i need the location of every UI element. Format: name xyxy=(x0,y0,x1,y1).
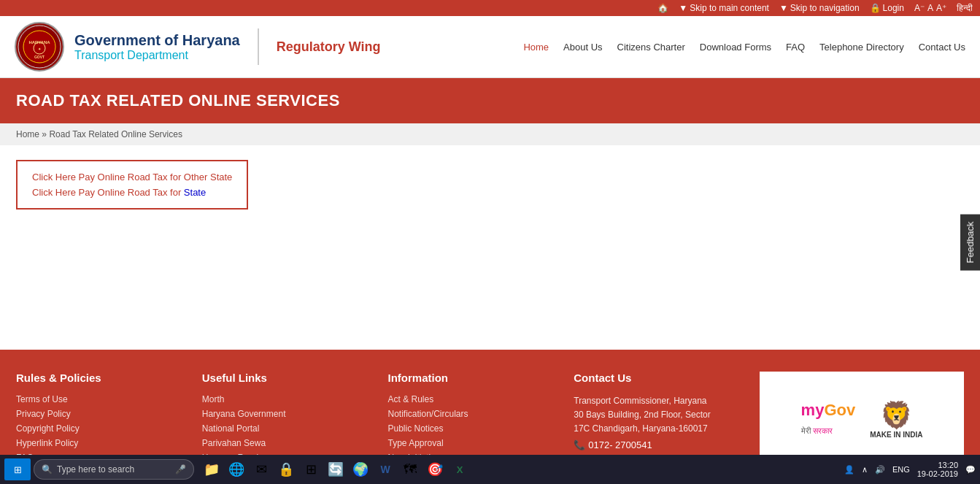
taskbar-app-lock[interactable]: 🔒 xyxy=(274,458,298,481)
taskbar-app-refresh[interactable]: 🔄 xyxy=(324,458,347,481)
footer-col1-title: Rules & Policies xyxy=(16,372,188,384)
taskbar: ⊞ 🔍 Type here to search 🎤 📁 🌐 ✉ 🔒 ⊞ 🔄 🌍 … xyxy=(0,455,980,482)
taskbar-time: 13:20 xyxy=(917,461,958,469)
taskbar-right: 👤 ∧ 🔊 ENG 13:20 19-02-2019 💬 xyxy=(844,461,976,478)
font-small-btn[interactable]: A⁻ xyxy=(914,3,925,13)
taskbar-app-word[interactable]: W xyxy=(374,458,397,481)
footer-morth[interactable]: Morth xyxy=(202,394,374,404)
taskbar-clock: 13:20 19-02-2019 xyxy=(917,461,958,478)
font-large-btn[interactable]: A⁺ xyxy=(936,3,946,13)
taskbar-app-camera[interactable]: 🎯 xyxy=(423,458,447,481)
nav-home[interactable]: Home xyxy=(523,42,549,53)
footer-col-rules: Rules & Policies Terms of Use Privacy Po… xyxy=(16,372,188,467)
login-link[interactable]: 🔒 Login xyxy=(870,3,904,13)
top-bar: 🏠 ▼ Skip to main content ▼ Skip to navig… xyxy=(0,0,980,16)
skip-nav-link[interactable]: ▼ Skip to navigation xyxy=(779,3,860,13)
footer-haryana-govt[interactable]: Haryana Government xyxy=(202,409,374,419)
font-normal-btn[interactable]: A xyxy=(927,3,933,13)
page-title: ROAD TAX RELATED ONLINE SERVICES xyxy=(16,91,340,110)
footer-terms[interactable]: Terms of Use xyxy=(16,394,188,404)
header-left: HARYANA ✦ GOVT Government of Haryana Tra… xyxy=(15,22,381,72)
nav-telephone[interactable]: Telephone Directory xyxy=(819,42,904,53)
govt-emblem: HARYANA ✦ GOVT xyxy=(15,22,64,72)
nav-contact[interactable]: Contact Us xyxy=(919,42,965,53)
taskbar-app-explorer[interactable]: 📁 xyxy=(200,458,223,481)
taskbar-date: 19-02-2019 xyxy=(917,469,958,478)
footer-col-links: Useful Links Morth Haryana Government Na… xyxy=(202,372,374,467)
taskbar-speaker-icon: 🔊 xyxy=(875,465,885,475)
taskbar-apps: 📁 🌐 ✉ 🔒 ⊞ 🔄 🌍 W 🗺 🎯 X xyxy=(200,458,471,481)
taskbar-search-box[interactable]: 🔍 Type here to search 🎤 xyxy=(34,459,194,480)
org-name: Government of Haryana xyxy=(74,32,240,49)
state-highlight: State xyxy=(184,187,206,198)
feedback-tab[interactable]: Feedback xyxy=(960,214,980,270)
footer-logos: myGov मेरी सरकार 🦁 MAKE IN INDIA xyxy=(760,372,964,467)
footer-col4-title: Contact Us xyxy=(574,372,745,384)
main-nav: Home About Us Citizens Charter Download … xyxy=(523,42,965,53)
taskbar-chevron-icon: ∧ xyxy=(862,465,868,475)
other-state-link[interactable]: Click Here Pay Online Road Tax for Other… xyxy=(32,172,232,183)
services-box: Click Here Pay Online Road Tax for Other… xyxy=(16,160,248,210)
contact-phone-row: 📞 0172- 2700541 xyxy=(574,439,745,450)
footer-national-portal[interactable]: National Portal xyxy=(202,423,374,434)
contact-line2: 30 Bays Building, 2nd Floor, Sector xyxy=(574,410,710,420)
footer-type-approval[interactable]: Type Approval xyxy=(388,438,560,448)
logo-text: Government of Haryana Transport Departme… xyxy=(74,32,240,62)
footer-parivahan[interactable]: Parivahan Sewa xyxy=(202,438,374,448)
nav-download[interactable]: Download Forms xyxy=(700,42,771,53)
breadcrumb-current: Road Tax Related Online Services xyxy=(49,129,182,139)
footer-col-contact: Contact Us Transport Commissioner, Harya… xyxy=(574,372,745,467)
phone-icon: 📞 xyxy=(574,439,585,450)
main-content: Click Here Pay Online Road Tax for Other… xyxy=(0,145,980,350)
taskbar-app-tiles[interactable]: ⊞ xyxy=(299,458,323,481)
dept-name: Transport Department xyxy=(74,49,240,62)
contact-line3: 17C Chandigarh, Haryana-160017 xyxy=(574,423,707,434)
footer-privacy[interactable]: Privacy Policy xyxy=(16,409,188,419)
nav-citizens[interactable]: Citizens Charter xyxy=(617,42,685,53)
taskbar-app-ie[interactable]: 🌐 xyxy=(225,458,248,481)
header: HARYANA ✦ GOVT Government of Haryana Tra… xyxy=(0,16,980,78)
home-icon-link[interactable]: 🏠 xyxy=(657,3,668,13)
footer-col3-title: Information xyxy=(388,372,560,384)
taskbar-app-maps[interactable]: 🗺 xyxy=(398,458,422,481)
regulatory-wing: Regulatory Wing xyxy=(277,39,381,55)
taskbar-app-chrome[interactable]: 🌍 xyxy=(349,458,372,481)
lion-icon: 🦁 xyxy=(880,400,913,431)
nav-faq[interactable]: FAQ xyxy=(786,42,805,53)
logo-divider xyxy=(258,28,259,65)
taskbar-notification-icon[interactable]: 💬 xyxy=(965,465,976,475)
font-size-controls: A⁻ A A⁺ xyxy=(914,3,946,13)
taskbar-app-mail[interactable]: ✉ xyxy=(250,458,273,481)
contact-line1: Transport Commissioner, Haryana xyxy=(574,396,706,406)
make-india-text: MAKE IN INDIA xyxy=(870,431,922,439)
svg-text:GOVT: GOVT xyxy=(34,55,45,59)
breadcrumb: Home » Road Tax Related Online Services xyxy=(0,123,980,145)
taskbar-lang: ENG xyxy=(892,465,910,474)
hindi-link[interactable]: हिन्दी xyxy=(957,3,973,13)
footer-col2-title: Useful Links xyxy=(202,372,374,384)
search-placeholder: Type here to search xyxy=(57,464,134,475)
start-button[interactable]: ⊞ xyxy=(4,458,31,480)
make-in-india-logo: 🦁 MAKE IN INDIA xyxy=(870,400,922,439)
footer-columns: Rules & Policies Terms of Use Privacy Po… xyxy=(16,372,964,467)
state-link[interactable]: Click Here Pay Online Road Tax for State xyxy=(32,187,232,198)
page-title-banner: ROAD TAX RELATED ONLINE SERVICES xyxy=(0,78,980,123)
skip-main-link[interactable]: ▼ Skip to main content xyxy=(679,3,769,13)
mygov-logo: myGov मेरी सरकार xyxy=(801,402,856,437)
footer-col-info: Information Act & Rules Notification/Cir… xyxy=(388,372,560,467)
taskbar-user-icon: 👤 xyxy=(844,465,854,475)
breadcrumb-separator: » xyxy=(42,129,47,139)
footer-copyright[interactable]: Copyright Policy xyxy=(16,423,188,434)
taskbar-app-excel[interactable]: X xyxy=(448,458,471,481)
footer-public-notices[interactable]: Public Notices xyxy=(388,423,560,434)
footer-notifications[interactable]: Notification/Circulars xyxy=(388,409,560,419)
footer-hyperlink[interactable]: Hyperlink Policy xyxy=(16,438,188,448)
breadcrumb-home[interactable]: Home xyxy=(16,129,39,139)
search-icon: 🔍 xyxy=(42,464,53,475)
footer-act-rules[interactable]: Act & Rules xyxy=(388,394,560,404)
nav-about[interactable]: About Us xyxy=(563,42,602,53)
contact-phone: 0172- 2700541 xyxy=(588,439,652,450)
mic-icon: 🎤 xyxy=(175,464,186,475)
contact-info: Transport Commissioner, Haryana 30 Bays … xyxy=(574,394,745,437)
